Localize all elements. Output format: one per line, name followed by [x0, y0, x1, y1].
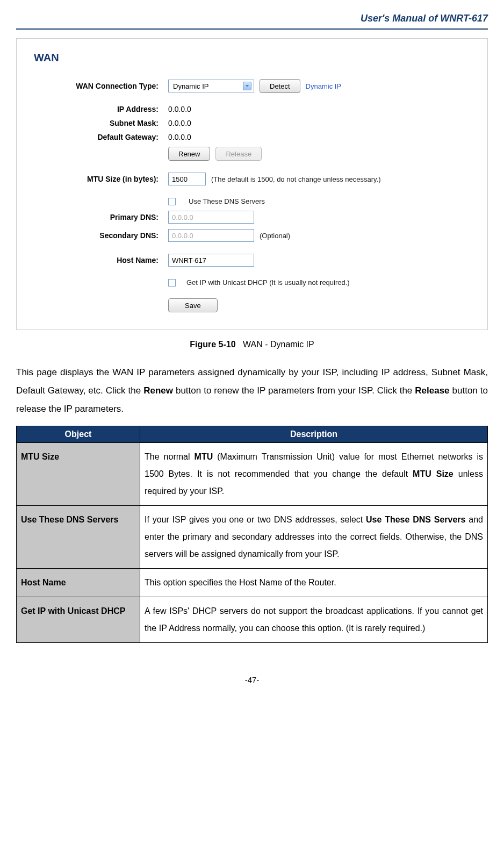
primary-dns-label: Primary DNS: — [34, 213, 168, 221]
obj-cell: Use These DNS Servers — [17, 506, 140, 569]
secondary-dns-label: Secondary DNS: — [34, 231, 168, 240]
renew-button[interactable]: Renew — [168, 147, 210, 161]
t: Use These DNS Servers — [366, 515, 465, 524]
obj-cell: Host Name — [17, 569, 140, 597]
ip-address-value: 0.0.0.0 — [168, 105, 191, 113]
table-row: Host Name This option specifies the Host… — [17, 569, 488, 597]
desc-cell: If your ISP gives you one or two DNS add… — [140, 506, 488, 569]
obj-cell: MTU Size — [17, 443, 140, 506]
detect-button[interactable]: Detect — [260, 79, 300, 93]
wan-heading: WAN — [17, 52, 487, 64]
figure-text: WAN - Dynamic IP — [243, 340, 314, 349]
connection-type-select[interactable]: Dynamic IP — [168, 80, 254, 92]
th-description: Description — [140, 426, 488, 443]
default-gateway-value: 0.0.0.0 — [168, 133, 191, 141]
primary-dns-input[interactable] — [168, 211, 254, 224]
body-text-b: button to renew the IP parameters from y… — [173, 385, 415, 396]
chevron-down-icon — [243, 82, 251, 90]
use-dns-label: Use These DNS Servers — [189, 197, 265, 205]
figure-caption: Figure 5-10 WAN - Dynamic IP — [16, 340, 488, 349]
mtu-note: (The default is 1500, do not change unle… — [211, 175, 381, 183]
body-text-renew: Renew — [143, 385, 173, 396]
secondary-dns-note: (Optional) — [260, 232, 290, 240]
th-object: Object — [17, 426, 140, 443]
save-button[interactable]: Save — [168, 298, 218, 312]
desc-cell: The normal MTU (Maximum Transmission Uni… — [140, 443, 488, 506]
wan-panel: WAN WAN Connection Type: Dynamic IP Dete… — [16, 38, 488, 330]
t: The normal — [145, 452, 195, 461]
unicast-checkbox[interactable] — [168, 279, 176, 287]
secondary-dns-input[interactable] — [168, 229, 254, 242]
host-name-input[interactable] — [168, 254, 254, 267]
page-header: User's Manual of WNRT-617 — [16, 11, 488, 30]
table-row: Get IP with Unicast DHCP A few ISPs' DHC… — [17, 597, 488, 643]
host-name-label: Host Name: — [34, 256, 168, 264]
unicast-label: Get IP with Unicast DHCP (It is usually … — [186, 278, 350, 287]
body-paragraph: This page displays the WAN IP parameters… — [16, 363, 488, 418]
subnet-mask-label: Subnet Mask: — [34, 119, 168, 127]
table-row: Use These DNS Servers If your ISP gives … — [17, 506, 488, 569]
obj-cell: Get IP with Unicast DHCP — [17, 597, 140, 643]
use-dns-checkbox[interactable] — [168, 198, 176, 205]
ip-address-label: IP Address: — [34, 105, 168, 113]
mtu-input[interactable] — [168, 173, 206, 185]
t: If your ISP gives you one or two DNS add… — [145, 515, 366, 524]
body-text-release: Release — [415, 385, 449, 396]
subnet-mask-value: 0.0.0.0 — [168, 119, 191, 127]
desc-cell: This option specifies the Host Name of t… — [140, 569, 488, 597]
mtu-label: MTU Size (in bytes): — [34, 175, 168, 183]
t: MTU Size — [413, 469, 453, 478]
connection-type-label: WAN Connection Type: — [34, 82, 168, 90]
description-table: Object Description MTU Size The normal M… — [16, 426, 488, 643]
default-gateway-label: Default Gateway: — [34, 133, 168, 141]
page-number: -47- — [16, 675, 488, 684]
connection-type-value: Dynamic IP — [173, 82, 208, 90]
table-row: MTU Size The normal MTU (Maximum Transmi… — [17, 443, 488, 506]
desc-cell: A few ISPs' DHCP servers do not support … — [140, 597, 488, 643]
t: MTU — [195, 452, 213, 461]
figure-number: Figure 5-10 — [190, 340, 235, 349]
connection-hint: Dynamic IP — [306, 82, 341, 90]
release-button[interactable]: Release — [215, 147, 262, 161]
